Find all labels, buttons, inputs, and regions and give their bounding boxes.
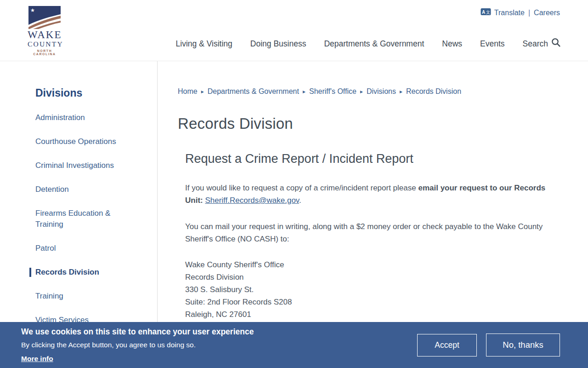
sidebar-item-administration: Administration [35, 112, 130, 123]
logo-text-wake: WAKE [28, 29, 62, 40]
sidebar-link-detention[interactable]: Detention [35, 185, 69, 194]
wake-county-logo[interactable]: ★ WAKE COUNTY NORTH CAROLINA [28, 6, 62, 56]
para1-period: . [299, 196, 301, 205]
nav-living-visiting[interactable]: Living & Visiting [176, 39, 232, 49]
careers-link[interactable]: Careers [534, 9, 560, 17]
nav-departments-government[interactable]: Departments & Government [324, 39, 424, 49]
page-title: Records Division [178, 115, 548, 132]
sidebar-link-criminal-investigations[interactable]: Criminal Investigations [35, 161, 114, 170]
nav-events[interactable]: Events [480, 39, 505, 49]
records-email-link[interactable]: Sheriff.Records@wake.gov [205, 196, 299, 205]
logo-flag-icon: ★ [28, 6, 62, 29]
cookie-more-info-link[interactable]: More info [21, 355, 53, 362]
breadcrumb-separator-icon: ▸ [360, 89, 363, 94]
sidebar-item-firearms-education-training: Firearms Education & Training [35, 208, 130, 230]
breadcrumb-departments-government[interactable]: Departments & Government [208, 87, 299, 96]
breadcrumb-separator-icon: ▸ [400, 89, 402, 94]
nav-news[interactable]: News [442, 39, 462, 49]
sidebar-link-training[interactable]: Training [35, 292, 63, 300]
utility-links: A 文 Translate | Careers [481, 8, 560, 17]
sidebar-title: Divisions [35, 87, 148, 99]
main-content: Home ▸ Departments & Government ▸ Sherif… [158, 61, 588, 321]
page-body: Divisions Administration Courthouse Oper… [0, 61, 588, 339]
breadcrumb-separator-icon: ▸ [303, 89, 305, 94]
sidebar-item-records-division: Records Division [29, 267, 135, 278]
cookie-banner-title: We use cookies on this site to enhance y… [21, 327, 417, 337]
utility-separator: | [528, 9, 530, 17]
mail-instructions-paragraph: You can mail your request in writing, al… [185, 220, 548, 245]
address-line: 330 S. Salisbury St. [185, 283, 548, 296]
translate-label: Translate [494, 9, 525, 17]
address-line: Wake County Sheriff's Office [185, 259, 548, 271]
divisions-sidebar: Divisions Administration Courthouse Oper… [0, 61, 158, 339]
sidebar-link-firearms-education-training[interactable]: Firearms Education & Training [35, 209, 110, 229]
address-line: Raleigh, NC 27601 [185, 308, 548, 321]
sidebar-link-patrol[interactable]: Patrol [35, 244, 56, 253]
section-title: Request a Crime Report / Incident Report [185, 152, 548, 166]
cookie-banner-text: We use cookies on this site to enhance y… [21, 327, 417, 363]
para1-text: If you would like to request a copy of a… [185, 184, 418, 192]
sidebar-link-records-division[interactable]: Records Division [35, 267, 99, 278]
decline-cookies-button[interactable]: No, thanks [486, 334, 560, 356]
nav-search[interactable]: Search [523, 38, 561, 50]
sidebar-item-training: Training [35, 291, 130, 302]
breadcrumb-sheriffs-office[interactable]: Sheriff's Office [309, 87, 356, 96]
svg-text:★: ★ [30, 7, 35, 13]
site-header: ★ WAKE COUNTY NORTH CAROLINA A 文 Transla… [0, 0, 588, 61]
accept-cookies-button[interactable]: Accept [417, 334, 477, 356]
sidebar-item-patrol: Patrol [35, 243, 130, 254]
breadcrumb-separator-icon: ▸ [201, 89, 204, 94]
main-nav: Living & Visiting Doing Business Departm… [176, 38, 561, 50]
logo-text-nc: NORTH CAROLINA [28, 49, 62, 56]
search-icon [551, 38, 561, 50]
logo-text-county: COUNTY [28, 40, 62, 48]
svg-text:文: 文 [486, 10, 490, 15]
sidebar-link-courthouse-operations[interactable]: Courthouse Operations [35, 137, 116, 146]
sidebar-link-administration[interactable]: Administration [35, 113, 85, 122]
search-label: Search [523, 39, 548, 49]
translate-icon: A 文 [481, 8, 492, 17]
request-instructions-paragraph: If you would like to request a copy of a… [185, 182, 548, 207]
cookie-banner-buttons: Accept No, thanks [417, 334, 560, 356]
breadcrumb: Home ▸ Departments & Government ▸ Sherif… [178, 87, 548, 96]
breadcrumb-divisions[interactable]: Divisions [367, 87, 396, 96]
svg-text:A: A [482, 10, 485, 15]
breadcrumb-home[interactable]: Home [178, 87, 198, 96]
cookie-banner: We use cookies on this site to enhance y… [0, 322, 588, 368]
mailing-address: Wake County Sheriff's Office Records Div… [185, 259, 548, 321]
address-line: Suite: 2nd Floor Records S208 [185, 296, 548, 308]
sidebar-item-courthouse-operations: Courthouse Operations [35, 136, 130, 147]
sidebar-list: Administration Courthouse Operations Cri… [35, 112, 148, 326]
sidebar-item-criminal-investigations: Criminal Investigations [35, 160, 130, 171]
careers-label: Careers [534, 9, 560, 17]
active-item-indicator [29, 268, 31, 277]
sidebar-item-detention: Detention [35, 184, 130, 195]
address-line: Records Division [185, 271, 548, 283]
nav-doing-business[interactable]: Doing Business [250, 39, 306, 49]
crime-report-section: Request a Crime Report / Incident Report… [185, 152, 548, 321]
breadcrumb-records-division[interactable]: Records Division [406, 87, 461, 96]
cookie-banner-body: By clicking the Accept button, you agree… [21, 341, 417, 349]
translate-link[interactable]: A 文 Translate [481, 8, 525, 17]
